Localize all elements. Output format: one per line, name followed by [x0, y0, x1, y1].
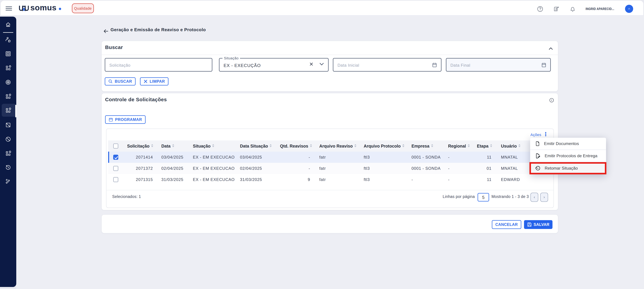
svg-text:somus: somus [30, 3, 56, 12]
